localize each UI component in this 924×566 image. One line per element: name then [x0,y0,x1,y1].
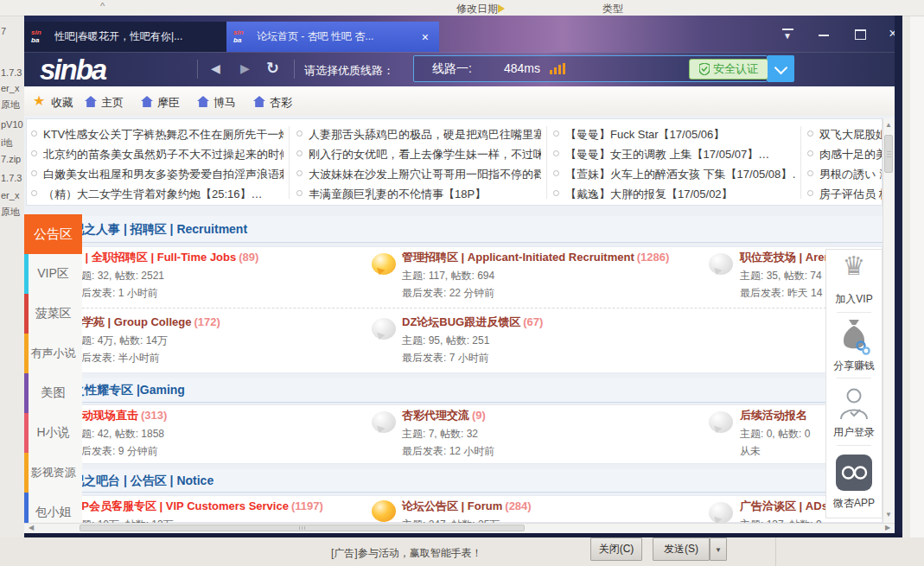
news-link[interactable]: 北京约的苗条美女虽然奶子不大不过操起来的时候 [31,144,284,164]
news-link[interactable]: 【曼曼】女王的调教 上集【17/05/07】… [553,144,795,164]
forum-last-post[interactable]: 最后发表: 22 分钟前 [402,284,669,302]
line-latency: 484ms [504,61,540,75]
forum-last-post[interactable]: 从未 [740,442,810,460]
join-vip-link[interactable]: 加入VIP [826,292,882,307]
section-header-notice[interactable]: 杏吧之吧台 | 公告区 | Notice [60,474,213,489]
bookmark-favorites[interactable]: 收藏 [51,95,73,111]
close-button[interactable]: 关闭(C) [590,537,642,561]
forum-title-link[interactable]: 吧学苑 | Group College [71,315,191,328]
forum-title-link[interactable]: 管理招聘区 | Applicant-Initiated Recruitment [402,251,634,264]
explorer-column-type: 类型 [602,2,623,16]
scroll-up-icon[interactable]: ▲ [885,121,892,129]
news-link[interactable]: 【萱妹】火车上的醉酒女孩 下集【17/05/08】… [553,164,795,184]
vertical-scrollbar-thumb[interactable] [884,135,893,173]
bookmarks-bar [24,86,895,117]
user-login-link[interactable]: 用户登录 [826,425,882,440]
bookmark-mochen[interactable]: 摩臣 [157,95,180,111]
forum-title-link[interactable]: DZ论坛BUG跟进反馈区 [402,315,520,328]
refresh-icon[interactable]: ↻ [266,59,279,78]
color-strip [24,453,29,493]
forum-last-post[interactable]: 最后发表: 7 小时前 [402,349,543,366]
tab-title: 论坛首页 - 杏吧 性吧 杏... [257,29,412,44]
sinba-favicon: sinba [233,29,251,46]
window-border [24,533,902,537]
bookmark-xingcai[interactable]: 杏彩 [270,95,292,111]
forum-item: 活动现场直击(313) 主题: 42, 帖数: 1858 最后发表: 9 分钟前 [71,408,167,460]
forum-title-link[interactable]: 杏彩代理交流 [402,409,469,422]
forum-item: 吧学苑 | Group College(172) 主题: 4万, 帖数: 14万… [71,315,220,366]
weixing-app-link[interactable]: 微杏APP [826,496,882,511]
forum-title-link[interactable]: 后续活动报名 [740,409,807,422]
forum-post-count: (284) [505,499,531,512]
section-header-recruitment[interactable]: 杏吧之人事 | 招聘区 | Recruitment [60,222,247,238]
horizontal-scrollbar-thumb[interactable] [80,525,525,531]
scroll-right-icon[interactable]: ▶ [885,524,890,531]
share-earn-link[interactable]: 分享赚钱 [826,359,882,373]
forum-title-link[interactable]: VIP会员客服专区 | VIP Customers Service [71,499,289,512]
send-button[interactable]: 发送(S) [653,537,710,561]
news-link[interactable]: 【曼曼】Fuck Star【17/05/06】 [553,124,795,144]
tab-close-icon[interactable]: × [418,30,432,44]
boss-key-button[interactable]: ▼ [776,26,799,43]
bookmark-boma[interactable]: 博马 [213,95,236,111]
scroll-down-icon[interactable]: ▼ [885,511,892,518]
forum-last-post[interactable]: 最后发表: 12 小时前 [402,442,494,460]
news-link[interactable]: 双飞大屁股姐妹 [807,124,882,144]
sidebar-item-vip[interactable]: VIP区 [24,254,82,294]
forum-last-post[interactable]: 最后发表: 9 分钟前 [71,442,167,460]
sidebar-item-videos[interactable]: 影视资源 [24,453,82,493]
right-rail: ♛ 加入VIP 分享赚钱 用户登录 微杏APP [825,249,883,518]
line-dropdown-button[interactable] [768,55,794,82]
forum-item: 薪 | 全职招聘区 | Full-Time Jobs(89) 主题: 32, 帖… [71,250,258,302]
divider [837,445,871,446]
news-link[interactable]: 房子评估员 极品 [807,184,882,204]
forum-title-link[interactable]: 薪 | 全职招聘区 | Full-Time Jobs [71,251,236,264]
background-text-fragment: pV10 [1,119,24,130]
news-link[interactable]: 【戴逸】大胖的报复【17/05/02】 [553,184,795,204]
sidebar-item-audiobooks[interactable]: 有声小说 [24,334,82,373]
money-bag-icon [826,319,882,359]
news-link[interactable]: 肉感十足的美少 [807,144,882,164]
news-link[interactable]: 丰满童颜巨乳妻的不伦情事【18P】 [296,184,541,204]
news-link[interactable]: （精）大二女学生背着对象约炮【25:16】… [31,184,284,204]
news-link[interactable]: 人妻那舌头舔鸡巴的极品，硬是把鸡巴往嘴里塞不 [296,124,541,144]
star-icon: ★ [33,92,45,109]
background-text-fragment: i地 [1,137,24,149]
back-icon[interactable]: ◀ [211,61,220,75]
color-strip [24,294,29,334]
forum-title-link[interactable]: 论坛公告区 | Forum [402,499,502,512]
forward-icon[interactable]: ▶ [240,61,250,75]
send-dropdown-button[interactable]: ▼ [710,537,727,561]
browser-tab-active[interactable]: sinba 论坛首页 - 杏吧 性吧 杏... × [226,22,439,52]
news-link[interactable]: 大波妹妹在沙发上掰穴让哥哥用一阳指不停的戳G [296,164,541,184]
sidebar-item-announcements[interactable]: 公告区 [24,214,82,254]
maximize-icon [855,29,866,40]
forum-bubble-icon [709,253,733,275]
bookmark-home[interactable]: 主页 [101,95,124,111]
bullet-icon [807,170,813,176]
forum-post-count: (1286) [637,251,670,264]
forum-last-post[interactable]: 最后发表: 半小时前 [71,349,220,366]
user-icon [826,386,882,424]
forum-title-link[interactable]: 职位竞技场 | Arena [740,251,838,264]
forum-title-link[interactable]: 广告洽谈区 | ADs [740,499,828,512]
forum-last-post[interactable]: 最后发表: 1 小时前 [71,284,258,302]
news-link[interactable]: 刚入行的女优吧，看上去像学生妹一样，不过咪咪 [296,144,541,164]
line-name: 线路一: [432,61,472,77]
forum-bubble-icon [372,411,396,433]
sidebar-item-photos[interactable]: 美图 [24,373,82,413]
background-text-fragment: er_x [1,83,24,93]
browser-tab-inactive[interactable]: sinba 性吧|春暖花开，性吧有你|... [24,22,226,52]
news-link[interactable]: KTV性感女公关丁字裤热舞忍不住在厕所先干一炮 [31,124,284,144]
app-icon [826,455,882,491]
scroll-left-icon[interactable]: ◀ [29,524,34,531]
maximize-button[interactable] [849,26,871,43]
sidebar-item-hnovels[interactable]: H小说 [24,413,82,453]
vertical-scrollbar [883,118,895,523]
bullet-icon [296,130,303,137]
background-text-fragment: 7.zip [1,154,24,164]
news-link[interactable]: 男根の誘い 澁谷 [807,164,882,184]
minimize-button[interactable] [812,26,835,43]
news-link[interactable]: 白嫩美女出租屋和男友多姿势爱爱自拍淫声浪语刺 [31,164,284,184]
sidebar-item-bocai[interactable]: 菠菜区 [24,294,82,334]
